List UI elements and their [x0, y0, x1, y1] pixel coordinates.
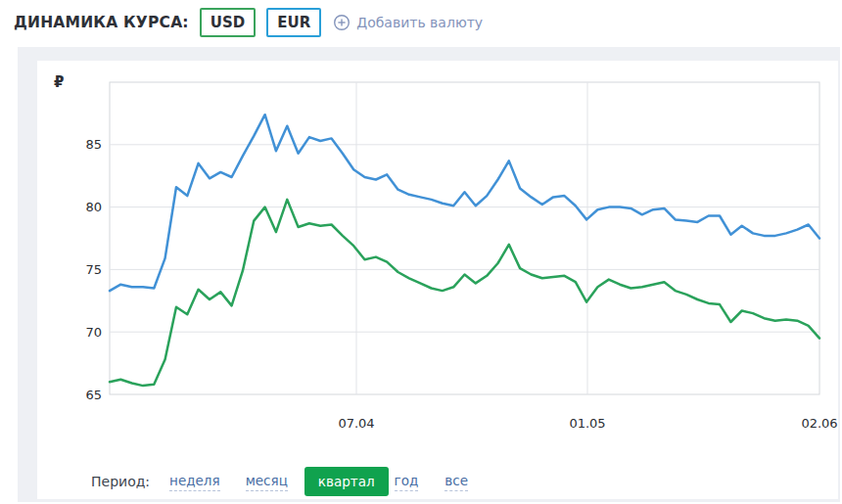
period-selector: Период: неделя месяц квартал год все	[91, 466, 468, 497]
period-option-quarter[interactable]: квартал	[304, 467, 389, 496]
y-axis-tick: 85	[85, 137, 102, 152]
y-axis-tick: 70	[85, 325, 102, 340]
chart-card: ₽ 858075706507.0401.0502.06 Период: неде…	[37, 61, 838, 499]
line-chart: 858075706507.0401.0502.06	[37, 61, 838, 499]
period-option-all[interactable]: все	[444, 473, 468, 491]
currency-tab-eur[interactable]: EUR	[266, 8, 321, 37]
series-line-eur	[110, 115, 819, 291]
x-axis-tick: 07.04	[338, 416, 374, 431]
period-option-week[interactable]: неделя	[169, 473, 220, 491]
header: ДИНАМИКА КУРСА: USD EUR Добавить валюту	[0, 0, 842, 45]
x-axis-tick: 01.05	[569, 416, 605, 431]
add-currency-link[interactable]: Добавить валюту	[333, 14, 483, 31]
currency-tab-usd[interactable]: USD	[200, 8, 256, 37]
chart-panel: ₽ 858075706507.0401.0502.06 Период: неде…	[18, 47, 840, 502]
y-axis-tick: 75	[85, 262, 102, 277]
add-currency-label: Добавить валюту	[356, 15, 483, 30]
period-option-month[interactable]: месяц	[246, 473, 288, 491]
period-label: Период:	[91, 474, 150, 489]
page-title: ДИНАМИКА КУРСА:	[14, 14, 189, 31]
series-line-usd	[110, 200, 819, 386]
y-axis-tick: 65	[85, 388, 102, 402]
plot-border	[110, 82, 819, 394]
x-axis-tick: 02.06	[801, 416, 837, 431]
y-axis-tick: 80	[85, 200, 102, 214]
plus-circle-icon	[333, 14, 351, 31]
period-option-year[interactable]: год	[395, 473, 419, 491]
